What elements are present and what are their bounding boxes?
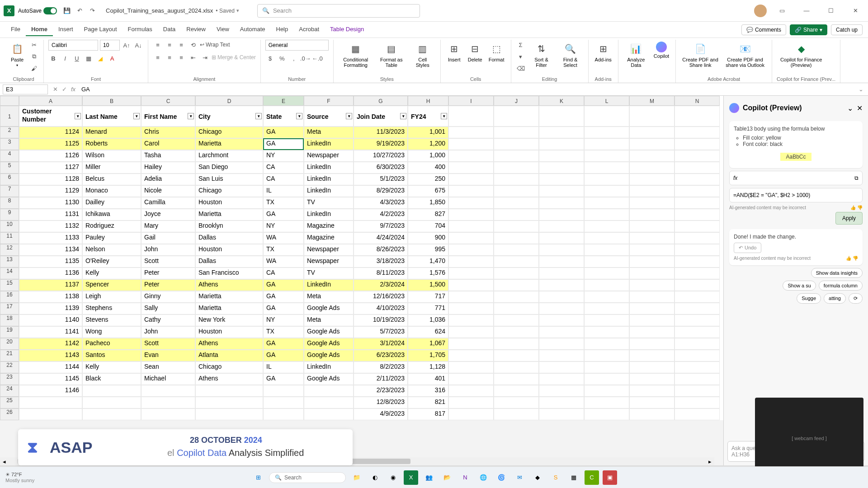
- empty-cell[interactable]: [584, 221, 629, 232]
- increase-indent-icon[interactable]: ⇥: [200, 52, 210, 62]
- data-cell[interactable]: 3/18/2023: [354, 256, 408, 267]
- empty-cell[interactable]: [448, 138, 494, 150]
- empty-cell[interactable]: [539, 408, 584, 420]
- increase-decimal-icon[interactable]: .0→: [301, 53, 311, 63]
- data-cell[interactable]: 675: [408, 185, 448, 197]
- row-header[interactable]: 15: [0, 279, 19, 291]
- empty-cell[interactable]: [539, 361, 584, 373]
- empty-cell[interactable]: [675, 326, 720, 338]
- empty-cell[interactable]: [494, 162, 539, 174]
- empty-cell[interactable]: [448, 256, 494, 267]
- empty-cell[interactable]: [494, 373, 539, 385]
- data-cell[interactable]: Chris: [141, 127, 195, 138]
- data-cell[interactable]: 1134: [19, 244, 82, 256]
- empty-cell[interactable]: [539, 373, 584, 385]
- data-cell[interactable]: San Francisco: [195, 267, 263, 279]
- empty-cell[interactable]: [494, 150, 539, 162]
- copilot-finance-button[interactable]: ◆Copilot for Finance (Preview): [777, 40, 826, 70]
- empty-cell[interactable]: [494, 350, 539, 361]
- empty-cell[interactable]: [584, 150, 629, 162]
- data-cell[interactable]: Leigh: [82, 291, 141, 303]
- empty-cell[interactable]: [539, 256, 584, 267]
- empty-cell[interactable]: [494, 138, 539, 150]
- empty-cell[interactable]: [584, 209, 629, 221]
- column-header-D[interactable]: D: [195, 96, 263, 106]
- empty-cell[interactable]: [584, 106, 629, 127]
- empty-cell[interactable]: [539, 385, 584, 397]
- empty-cell[interactable]: [629, 106, 675, 127]
- empty-cell[interactable]: [584, 314, 629, 326]
- data-cell[interactable]: Mary: [141, 221, 195, 232]
- borders-icon[interactable]: ▦: [84, 53, 94, 63]
- column-header-A[interactable]: A: [19, 96, 82, 106]
- empty-cell[interactable]: [675, 361, 720, 373]
- data-cell[interactable]: 1,576: [408, 267, 448, 279]
- data-cell[interactable]: Michael: [141, 373, 195, 385]
- data-cell[interactable]: Chicago: [195, 127, 263, 138]
- taskbar-onenote-icon[interactable]: N: [458, 470, 472, 485]
- name-box[interactable]: E3: [3, 84, 48, 94]
- empty-cell[interactable]: [629, 350, 675, 361]
- data-cell[interactable]: [195, 408, 263, 420]
- data-cell[interactable]: San Diego: [195, 162, 263, 174]
- empty-cell[interactable]: [584, 256, 629, 267]
- empty-cell[interactable]: [675, 314, 720, 326]
- expand-formula-bar-icon[interactable]: ⌄: [856, 85, 865, 94]
- tab-review[interactable]: Review: [181, 23, 211, 36]
- empty-cell[interactable]: [494, 209, 539, 221]
- column-header-L[interactable]: L: [584, 96, 629, 106]
- empty-cell[interactable]: [629, 127, 675, 138]
- data-cell[interactable]: IL: [263, 361, 304, 373]
- data-cell[interactable]: 1142: [19, 338, 82, 350]
- column-header-K[interactable]: K: [539, 96, 584, 106]
- data-cell[interactable]: 8/2/2023: [354, 361, 408, 373]
- suggestion-partial[interactable]: Show a su: [783, 281, 816, 291]
- empty-cell[interactable]: [584, 397, 629, 408]
- data-cell[interactable]: Marietta: [195, 209, 263, 221]
- data-cell[interactable]: Stephens: [82, 303, 141, 314]
- empty-cell[interactable]: [539, 267, 584, 279]
- row-header[interactable]: 1: [0, 106, 19, 127]
- empty-cell[interactable]: [494, 291, 539, 303]
- empty-cell[interactable]: [539, 185, 584, 197]
- align-top-icon[interactable]: ≡: [153, 40, 163, 50]
- data-cell[interactable]: Sally: [141, 303, 195, 314]
- data-cell[interactable]: [195, 397, 263, 408]
- row-header[interactable]: 24: [0, 385, 19, 397]
- taskbar-widgets-icon[interactable]: ◐: [368, 470, 382, 485]
- table-header-cell[interactable]: Last Name▾: [82, 106, 141, 127]
- data-cell[interactable]: 5/1/2023: [354, 174, 408, 185]
- empty-cell[interactable]: [629, 150, 675, 162]
- align-bottom-icon[interactable]: ≡: [176, 40, 186, 50]
- cut-icon[interactable]: ✂: [29, 40, 39, 50]
- suggestion-partial3[interactable]: atting: [824, 293, 846, 304]
- empty-cell[interactable]: [448, 361, 494, 373]
- empty-cell[interactable]: [539, 314, 584, 326]
- align-center-icon[interactable]: ≡: [165, 52, 175, 62]
- fx-icon[interactable]: fx: [69, 85, 78, 94]
- align-left-icon[interactable]: ≡: [153, 52, 163, 62]
- taskbar-app-icon[interactable]: ◆: [530, 470, 545, 485]
- clear-icon[interactable]: ⌫: [516, 63, 526, 73]
- empty-cell[interactable]: [584, 267, 629, 279]
- data-cell[interactable]: 1135: [19, 256, 82, 267]
- data-cell[interactable]: [263, 408, 304, 420]
- catch-up-button[interactable]: Catch up: [831, 24, 863, 35]
- data-cell[interactable]: NY: [263, 221, 304, 232]
- data-cell[interactable]: 704: [408, 221, 448, 232]
- data-cell[interactable]: 4/9/2023: [354, 408, 408, 420]
- empty-cell[interactable]: [584, 408, 629, 420]
- row-header[interactable]: 19: [0, 326, 19, 338]
- data-cell[interactable]: Rodriguez: [82, 221, 141, 232]
- taskbar-explorer-icon[interactable]: 📂: [440, 470, 454, 485]
- worksheet-area[interactable]: ABCDEFGHIJKLMN1CustomerNumber▾Last Name▾…: [0, 96, 723, 465]
- data-cell[interactable]: Peter: [141, 279, 195, 291]
- tab-view[interactable]: View: [211, 23, 235, 36]
- undo-button[interactable]: ↶ Undo: [734, 243, 761, 253]
- data-cell[interactable]: Newspaper: [304, 244, 354, 256]
- comma-icon[interactable]: ,: [289, 53, 299, 63]
- data-cell[interactable]: San Luis: [195, 174, 263, 185]
- data-cell[interactable]: 1127: [19, 162, 82, 174]
- data-cell[interactable]: Dallas: [195, 256, 263, 267]
- empty-cell[interactable]: [629, 267, 675, 279]
